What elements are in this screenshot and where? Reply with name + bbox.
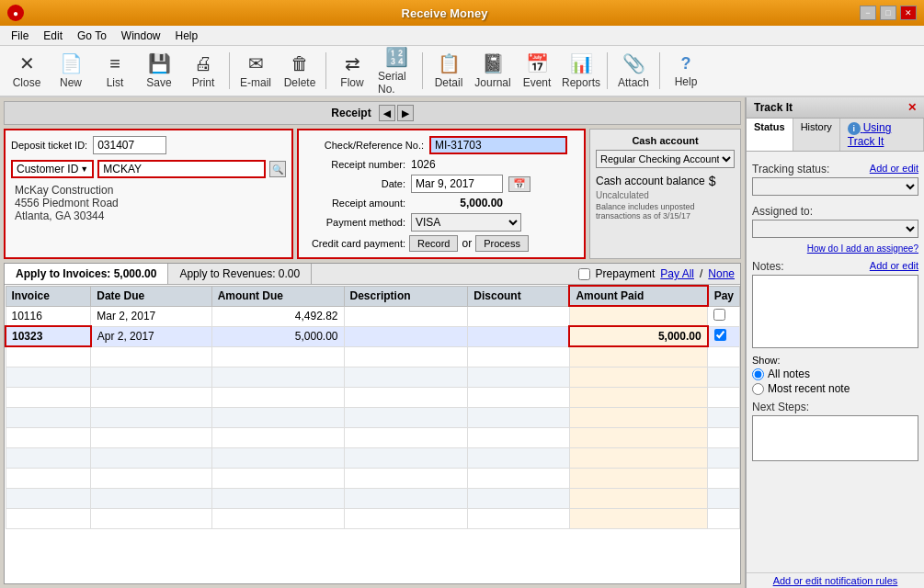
prepayment-checkbox[interactable] [578, 268, 590, 280]
check-ref-input[interactable] [429, 136, 567, 154]
col-date-due: Date Due [91, 286, 211, 306]
col-pay: Pay [708, 286, 740, 306]
payment-method-select[interactable]: VISA Cash Check MasterCard [411, 213, 521, 232]
invoice-section: Apply to Invoices: 5,000.00 Apply to Rev… [4, 263, 741, 584]
journal-button[interactable]: 📓 Journal [472, 49, 514, 93]
pay-all-link[interactable]: Pay All [660, 267, 694, 280]
save-icon: 💾 [148, 52, 171, 74]
prev-receipt-btn[interactable]: ◀ [379, 105, 395, 121]
add-credit-link-1[interactable]: Add or edit [870, 163, 918, 175]
receipt-nav-arrows: ◀ ▶ [379, 105, 414, 121]
reports-button[interactable]: 📊 Reports [560, 49, 602, 93]
customer-id-input[interactable] [97, 160, 266, 178]
flow-button[interactable]: ⇄ Flow [331, 49, 373, 93]
customer-address2: Atlanta, GA 30344 [15, 209, 282, 222]
main-area: Receipt ◀ ▶ Deposit ticket ID: Cust [0, 97, 924, 588]
center-panel: Receipt ◀ ▶ Deposit ticket ID: Cust [0, 97, 745, 588]
customer-browse-btn[interactable]: 🔍 [269, 161, 286, 177]
tab-history[interactable]: History [793, 119, 840, 151]
menu-window[interactable]: Window [114, 28, 168, 44]
add-edit-notification-link[interactable]: Add or edit notification rules [747, 572, 924, 588]
customer-address1: 4556 Piedmont Road [15, 197, 282, 209]
serialno-icon: 🔢 [385, 46, 408, 68]
save-button[interactable]: 💾 Save [138, 49, 180, 93]
col-amount-paid: Amount Paid [569, 286, 707, 306]
new-button[interactable]: 📄 New [50, 49, 92, 93]
menu-edit[interactable]: Edit [36, 28, 70, 44]
event-button[interactable]: 📅 Event [516, 49, 558, 93]
dollar-icon[interactable]: $ [709, 174, 716, 188]
pay-10323[interactable] [708, 326, 740, 346]
receipt-number-value: 1026 [411, 158, 436, 171]
description-10323 [344, 326, 468, 346]
attach-icon: 📎 [622, 52, 645, 74]
print-button[interactable]: 🖨 Print [182, 49, 224, 93]
delete-button[interactable]: 🗑 Delete [279, 49, 321, 93]
invoice-table-container: Invoice Date Due Amount Due Description … [5, 285, 740, 583]
minimize-btn[interactable]: − [860, 6, 876, 20]
window-title: Receive Money [29, 6, 860, 20]
receipt-title: Receipt [331, 107, 371, 119]
list-button[interactable]: ≡ List [94, 49, 136, 93]
invoice-10323: 10323 [6, 326, 91, 346]
table-row: 10116 Mar 2, 2017 4,492.82 [6, 306, 740, 326]
add-credit-link-2[interactable]: Add or edit [870, 260, 918, 273]
close-button[interactable]: ✕ Close [6, 49, 48, 93]
title-bar: ● Receive Money − □ ✕ [0, 0, 924, 26]
assigned-to-select[interactable] [752, 220, 918, 238]
maximize-btn[interactable]: □ [880, 6, 896, 20]
attach-button[interactable]: 📎 Attach [612, 49, 655, 93]
email-button[interactable]: ✉ E-mail [234, 49, 277, 93]
flow-icon: ⇄ [345, 52, 360, 74]
next-receipt-btn[interactable]: ▶ [397, 105, 414, 121]
date-input[interactable] [411, 175, 503, 193]
next-steps-textarea[interactable] [752, 415, 918, 461]
separator-slash: / [700, 267, 702, 280]
record-btn[interactable]: Record [409, 235, 458, 252]
menu-bar: File Edit Go To Window Help [0, 26, 924, 46]
cash-account-section: Cash account Regular Checking Account Ca… [589, 129, 741, 259]
receipt-amount-value: 5,000.00 [411, 197, 503, 209]
apply-revenues-tab[interactable]: Apply to Revenues: 0.00 [168, 264, 312, 284]
date-calendar-btn[interactable]: 📅 [508, 176, 530, 192]
tab-using-track-it[interactable]: i Using Track It [840, 119, 924, 151]
track-it-title: Track It [754, 101, 793, 114]
deposit-ticket-label: Deposit ticket ID: [11, 140, 87, 151]
notes-label: Notes: [752, 260, 784, 273]
close-win-btn[interactable]: ✕ [900, 6, 917, 20]
delete-icon: 🗑 [291, 53, 309, 74]
detail-button[interactable]: 📋 Detail [428, 49, 470, 93]
how-add-assignee-link[interactable]: How do I add an assignee? [807, 243, 918, 254]
show-label: Show: [752, 355, 918, 366]
next-steps-label: Next Steps: [752, 401, 809, 413]
cash-account-select[interactable]: Regular Checking Account [596, 150, 735, 168]
track-it-close-btn[interactable]: ✕ [907, 101, 917, 114]
event-icon: 📅 [526, 52, 549, 74]
notes-textarea[interactable] [752, 275, 918, 348]
none-link[interactable]: None [708, 267, 735, 280]
deposit-ticket-input[interactable] [93, 136, 166, 154]
process-btn[interactable]: Process [475, 235, 529, 252]
customer-dropdown-icon[interactable]: ▼ [80, 164, 88, 174]
pay-10116[interactable] [708, 306, 740, 326]
show-all-notes-radio[interactable]: All notes [752, 368, 918, 380]
apply-invoices-tab[interactable]: Apply to Invoices: 5,000.00 [5, 264, 168, 284]
cash-balance-label: Cash account balance [596, 175, 705, 187]
toolbar-separator-3 [422, 52, 423, 89]
show-recent-note-radio[interactable]: Most recent note [752, 382, 918, 395]
invoice-table-header: Invoice Date Due Amount Due Description … [6, 286, 740, 306]
next-steps-section: Next Steps: [752, 401, 918, 464]
table-row-empty-1 [6, 346, 740, 367]
table-row-empty-3 [6, 387, 740, 407]
menu-help[interactable]: Help [168, 28, 206, 44]
tab-status[interactable]: Status [747, 119, 793, 151]
serialno-button[interactable]: 🔢 Serial No. [375, 49, 417, 93]
receipt-title-row: Receipt ◀ ▶ [4, 101, 741, 125]
tracking-status-select[interactable] [752, 177, 918, 196]
menu-goto[interactable]: Go To [70, 28, 114, 44]
table-row-empty-9 [6, 508, 740, 528]
menu-file[interactable]: File [4, 28, 36, 44]
cash-balance-row: Cash account balance $ [596, 174, 735, 188]
help-button[interactable]: ? Help [665, 49, 707, 93]
date-due-10323: Apr 2, 2017 [91, 326, 211, 346]
